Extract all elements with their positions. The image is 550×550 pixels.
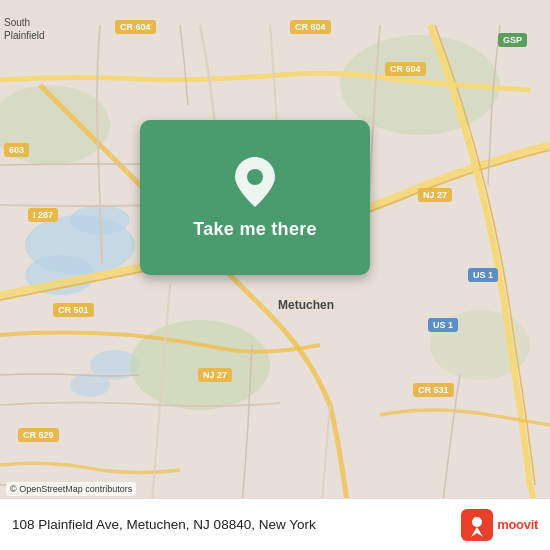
route-label-603: 603	[4, 143, 29, 157]
route-label-cr529: CR 529	[18, 428, 59, 442]
navigation-card: Take me there	[140, 120, 370, 275]
route-label-cr604-1: CR 604	[115, 20, 156, 34]
route-label-i287: I 287	[28, 208, 58, 222]
place-label-metuchen: Metuchen	[278, 298, 334, 312]
route-label-cr531: CR 531	[413, 383, 454, 397]
route-label-cr604-3: CR 604	[385, 62, 426, 76]
osm-attribution: © OpenStreetMap contributors	[6, 482, 136, 496]
location-pin-icon	[233, 155, 277, 209]
place-label-south-plainfield: SouthPlainfield	[4, 16, 45, 42]
bottom-bar: 108 Plainfield Ave, Metuchen, NJ 08840, …	[0, 498, 550, 550]
moovit-text: moovit	[497, 517, 538, 532]
route-label-gsp: GSP	[498, 33, 527, 47]
moovit-logo-icon	[461, 509, 493, 541]
route-label-nj27-1: NJ 27	[418, 188, 452, 202]
route-label-us1-2: US 1	[428, 318, 458, 332]
route-label-cr604-2: CR 604	[290, 20, 331, 34]
moovit-logo: moovit	[461, 509, 538, 541]
svg-point-10	[247, 169, 263, 185]
route-label-cr501: CR 501	[53, 303, 94, 317]
take-me-there-button[interactable]: Take me there	[193, 219, 317, 240]
route-label-nj27-2: NJ 27	[198, 368, 232, 382]
address-text: 108 Plainfield Ave, Metuchen, NJ 08840, …	[12, 517, 461, 532]
map-container: CR 604 CR 604 CR 604 603 I 287 NJ 27 CR …	[0, 0, 550, 550]
svg-point-12	[472, 517, 482, 527]
route-label-us1-1: US 1	[468, 268, 498, 282]
